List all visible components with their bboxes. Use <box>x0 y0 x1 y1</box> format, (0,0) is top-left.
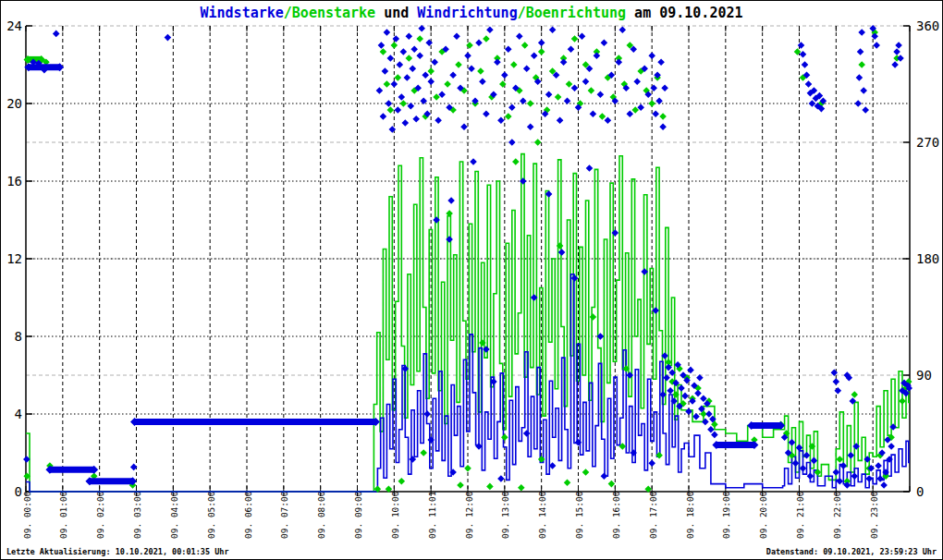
x-tick-label-20: 09. 20:00 <box>758 491 768 539</box>
x-tick-label-1: 09. 01:00 <box>58 491 68 539</box>
x-tick-label-2: 09. 02:00 <box>95 491 105 539</box>
chart-title: Windstarke/Boenstarke und Windrichtung/B… <box>1 5 942 21</box>
x-tick-label-6: 09. 06:00 <box>243 491 253 539</box>
y-right-tick-label-180: 180 <box>916 251 939 266</box>
chart-title-part: Windrichtung <box>417 5 517 21</box>
y-right-tick-label-90: 90 <box>916 368 932 383</box>
chart-title-part: /Boenrichtung <box>518 5 626 21</box>
x-tick-label-19: 09. 19:00 <box>721 491 731 539</box>
x-tick-label-18: 09. 18:00 <box>685 491 695 539</box>
x-tick-label-4: 09. 04:00 <box>169 491 179 539</box>
x-tick-label-22: 09. 22:00 <box>832 491 842 539</box>
chart-title-part: am 09.10.2021 <box>626 5 742 21</box>
data-timestamp-label: Datenstand: 09.10.2021, 23:59:23 Uhr <box>766 547 937 556</box>
x-tick-label-0: 09. 00:00 <box>22 491 32 539</box>
x-tick-label-3: 09. 03:00 <box>132 491 142 539</box>
y-right-tick-label-0: 0 <box>916 484 924 499</box>
chart-title-part: Windstarke <box>200 5 283 21</box>
y-left-tick-label-8: 8 <box>15 329 22 344</box>
y-left-tick-label-4: 4 <box>15 407 22 421</box>
wind-chart-plot: 0481216202409018027036009. 00:0009. 01:0… <box>1 1 942 559</box>
x-tick-label-11: 09. 11:01 <box>427 491 437 539</box>
x-tick-label-8: 09. 08:00 <box>316 491 326 539</box>
chart-title-part: /Boenstarke <box>284 5 375 21</box>
x-tick-label-9: 09. 09:00 <box>353 491 363 539</box>
x-tick-label-7: 09. 07:00 <box>279 491 289 539</box>
y-left-tick-label-16: 16 <box>6 174 22 189</box>
x-tick-label-5: 09. 05:00 <box>206 491 216 539</box>
x-tick-label-17: 09. 17:00 <box>648 491 658 539</box>
x-tick-label-16: 09. 16:00 <box>611 491 621 539</box>
x-tick-label-14: 09. 14:00 <box>537 491 547 539</box>
x-tick-label-23: 09. 23:00 <box>869 491 879 539</box>
chart-title-part: und <box>375 5 417 21</box>
x-tick-label-12: 09. 12:00 <box>464 491 474 539</box>
y-right-tick-label-270: 270 <box>916 135 939 150</box>
wind-chart-page: 0481216202409018027036009. 00:0009. 01:0… <box>0 0 943 560</box>
y-left-tick-label-12: 12 <box>6 251 22 266</box>
x-tick-label-10: 09. 10:00 <box>390 491 400 539</box>
x-tick-label-15: 09. 15:00 <box>574 491 584 539</box>
x-tick-label-13: 09. 13:00 <box>500 491 510 539</box>
x-tick-label-21: 09. 21:00 <box>795 491 805 539</box>
last-update-label: Letzte Aktualisierung: 10.10.2021, 00:01… <box>6 547 229 556</box>
y-left-tick-label-20: 20 <box>6 96 22 111</box>
